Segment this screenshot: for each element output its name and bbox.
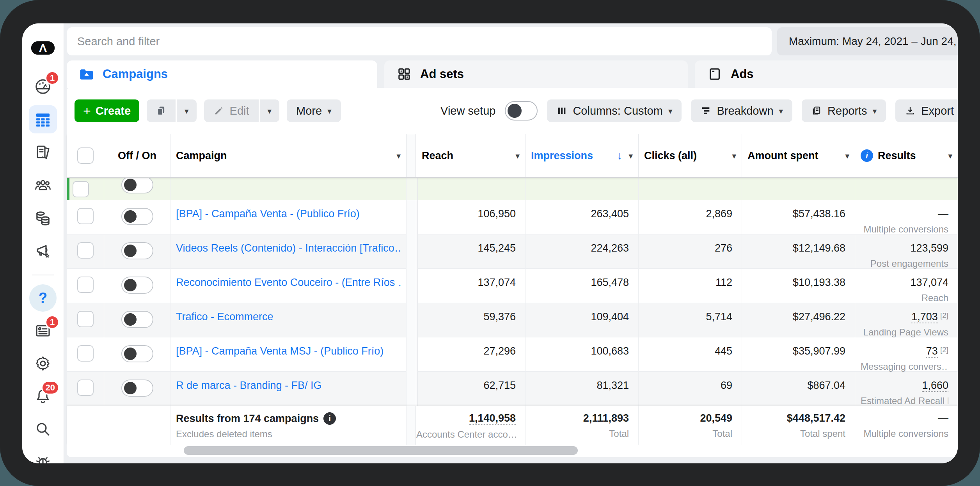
impressions-cell: 81,321 [525, 372, 638, 406]
reach-cell: 62,715 [416, 372, 525, 406]
date-range-button[interactable]: Maximum: May 24, 2021 – Jun 24, 20 [777, 27, 958, 55]
tab-ad-sets[interactable]: Ad sets [384, 60, 688, 88]
impressions-cell: 263,405 [525, 200, 638, 235]
plus-icon: + [83, 103, 91, 119]
app-logo[interactable]: Λ [31, 41, 55, 55]
sidebar-item-help[interactable]: ? [29, 284, 57, 312]
footer-subtitle: Excludes deleted items [170, 429, 406, 440]
sidebar-item-search[interactable] [29, 415, 57, 443]
campaign-toggle[interactable] [121, 380, 153, 397]
view-setup-label: View setup [440, 105, 495, 117]
info-icon: i [861, 149, 873, 162]
campaign-name-link[interactable]: Reconocimiento Evento Couceiro - (Entre … [176, 277, 401, 289]
row-checkbox[interactable] [77, 277, 94, 293]
duplicate-button-group: ▾ [147, 99, 197, 122]
info-icon[interactable]: i [323, 412, 336, 425]
row-checkbox-cell [67, 303, 104, 338]
row-checkbox[interactable] [77, 345, 94, 362]
select-all-checkbox[interactable] [77, 147, 94, 164]
sidebar-item-audiences[interactable] [29, 171, 57, 199]
sidebar-item-settings[interactable] [29, 349, 57, 378]
footer-summary-cell: Results from 174 campaigns i Excludes de… [170, 406, 406, 445]
people-icon [34, 176, 52, 194]
result-type-label: Landing Page Views [863, 327, 948, 338]
sidebar-item-billing[interactable] [29, 204, 57, 232]
campaign-toggle[interactable] [121, 242, 153, 259]
campaign-name-link[interactable]: R de marca - Branding - FB/ IG [176, 380, 322, 392]
search-bar[interactable] [67, 27, 772, 55]
home-badge: 1 [45, 71, 59, 85]
duplicate-button[interactable] [147, 99, 176, 122]
horizontal-scrollbar-thumb[interactable] [184, 446, 578, 455]
campaign-toggle[interactable] [121, 208, 153, 225]
horizontal-scrollbar-track[interactable] [67, 445, 958, 457]
create-button[interactable]: + Create [75, 99, 139, 122]
campaigns-table-icon [34, 110, 52, 129]
breakdown-button[interactable]: Breakdown ▾ [691, 99, 792, 122]
edit-button[interactable]: Edit [204, 99, 259, 122]
edit-dropdown[interactable]: ▾ [260, 99, 280, 122]
footer-reach-total: 1,140,958 Accounts Center acco… [416, 406, 525, 445]
row-checkbox[interactable] [77, 208, 94, 224]
more-button[interactable]: More ▾ [287, 99, 341, 122]
sidebar-item-news[interactable]: 1 [29, 317, 57, 345]
campaign-toggle[interactable] [121, 311, 153, 328]
campaign-name-link[interactable]: Trafico - Ecommerce [176, 311, 273, 323]
campaign-toggle[interactable] [121, 345, 153, 362]
chevron-down-icon: ▾ [779, 107, 783, 115]
more-label: More [296, 105, 322, 117]
amount-spent-cell: $867.04 [742, 372, 855, 406]
chevron-down-icon[interactable]: ▾ [628, 152, 633, 160]
campaign-name-link[interactable]: [BPA] - Campaña Venta - (Publico Frío) [176, 208, 360, 220]
copy-icon [155, 104, 167, 117]
row-checkbox[interactable] [77, 311, 94, 327]
column-campaign[interactable]: Campaign ▾ [170, 134, 406, 177]
campaign-name-cell: Trafico - Ecommerce [170, 303, 406, 338]
row-checkbox[interactable] [77, 380, 94, 396]
column-results[interactable]: i Results ▾ [855, 134, 958, 177]
table-row: Videos Reels (Contenido) - Interacción [… [67, 234, 958, 268]
impressions-cell: 109,404 [525, 303, 638, 338]
tab-ads[interactable]: Ads [695, 60, 958, 88]
campaign-toggle[interactable] [121, 277, 153, 294]
row-checkbox[interactable] [77, 242, 94, 259]
campaign-name-link[interactable]: Videos Reels (Contenido) - Interacción [… [176, 242, 401, 254]
vertical-scrollbar-track[interactable] [406, 134, 416, 177]
export-button[interactable]: Export [895, 99, 958, 122]
row-partial-highlighted [67, 177, 958, 200]
sidebar-item-notifications[interactable]: 20 [29, 382, 57, 410]
view-setup-toggle[interactable] [505, 101, 538, 121]
clicks-cell: 2,869 [638, 200, 742, 235]
columns-button[interactable]: Columns: Custom ▾ [547, 99, 682, 122]
column-clicks[interactable]: Clicks (all) ▾ [638, 134, 742, 177]
row-checkbox[interactable] [73, 181, 89, 197]
sidebar-item-home[interactable]: 1 [29, 73, 57, 101]
chevron-down-icon[interactable]: ▾ [515, 152, 520, 160]
campaign-name-cell: R de marca - Branding - FB/ IG [170, 372, 406, 406]
duplicate-dropdown[interactable]: ▾ [177, 99, 197, 122]
chevron-down-icon: ▾ [873, 107, 877, 115]
campaign-name-link[interactable]: [BPA] - Campaña Venta MSJ - (Publico Frí… [176, 345, 383, 357]
chevron-down-icon[interactable]: ▾ [948, 152, 952, 160]
sidebar-item-campaigns[interactable] [29, 105, 57, 133]
column-off-on[interactable]: Off / On [104, 134, 170, 177]
chevron-down-icon[interactable]: ▾ [396, 152, 401, 160]
sidebar-item-report-bug[interactable] [29, 448, 57, 463]
tab-strip: Campaigns Ad sets Ads [64, 60, 958, 88]
reports-button[interactable]: Reports ▾ [802, 99, 886, 122]
results-cell: — Multiple conversions [855, 200, 958, 235]
tab-campaigns[interactable]: Campaigns [67, 60, 377, 88]
column-amount-spent[interactable]: Amount spent ▾ [742, 134, 855, 177]
sidebar-divider [32, 275, 54, 275]
chevron-down-icon[interactable]: ▾ [732, 152, 736, 160]
column-impressions[interactable]: Impressions ↓ ▾ [525, 134, 638, 177]
column-reach[interactable]: Reach ▾ [416, 134, 525, 177]
chevron-down-icon[interactable]: ▾ [845, 152, 849, 160]
search-input[interactable] [77, 35, 762, 48]
bug-icon [34, 452, 52, 463]
sidebar-item-advertise[interactable] [29, 236, 57, 264]
result-type-label: Multiple conversions [864, 224, 948, 235]
campaign-toggle[interactable] [121, 177, 153, 193]
sidebar-item-pages[interactable] [29, 138, 57, 166]
gear-icon [34, 354, 52, 373]
